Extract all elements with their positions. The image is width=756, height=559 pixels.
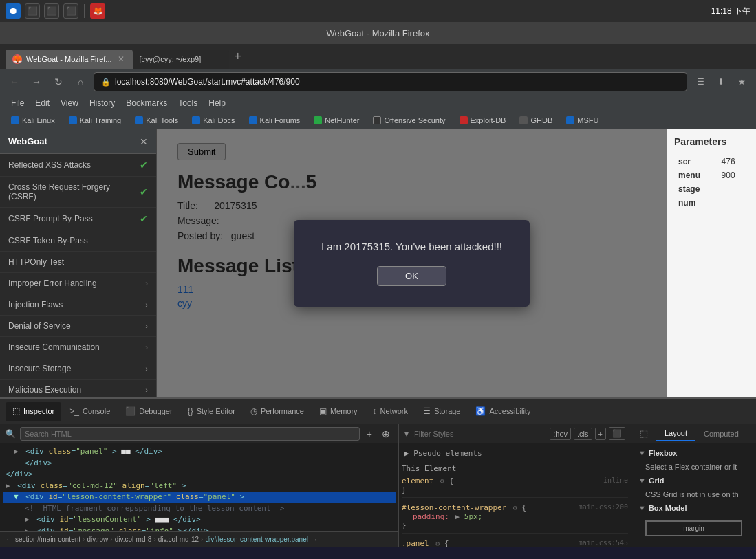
pick-element-button[interactable]: ⊕: [379, 427, 393, 441]
sidebar-item-error-handling[interactable]: Improper Error Handling ›: [0, 273, 156, 294]
browser-tab-terminal[interactable]: [cyy@cyy: ~/exp9]: [133, 50, 229, 69]
filter-styles-input[interactable]: [411, 428, 547, 439]
pocket-btn[interactable]: ⬇: [712, 73, 730, 91]
sidebar-close-button[interactable]: ✕: [140, 136, 148, 147]
menu-view[interactable]: View: [55, 97, 84, 109]
sidebar: WebGoat ✕ Reflected XSS Attacks ✔ Cross …: [0, 129, 157, 397]
home-button[interactable]: ⌂: [72, 73, 89, 91]
layout-panel: ⬚ Layout Computed ▼ Flexbox Select a Fle…: [631, 424, 756, 547]
performance-tab-icon: ◷: [250, 406, 257, 416]
param-val-scr: 476: [719, 155, 748, 168]
navigation-bar: ← → ↻ ⌂ 🔒 localhost:8080/WebGoat/start.m…: [0, 69, 756, 95]
bookmark-nethunter[interactable]: NetHunter: [308, 115, 365, 126]
sidebar-item-csrf-token[interactable]: CSRF Token By-Pass: [0, 230, 156, 252]
devtools-tab-performance[interactable]: ◷ Performance: [244, 402, 311, 420]
devtools-tab-debugger[interactable]: ⬛ Debugger: [118, 402, 179, 420]
add-node-button[interactable]: +: [364, 427, 375, 441]
menu-tools[interactable]: Tools: [173, 97, 203, 109]
sidebar-item-insecure-storage[interactable]: Insecure Storage ›: [0, 358, 156, 380]
sidebar-item-error-arrow: ›: [145, 279, 148, 287]
menu-edit[interactable]: Edit: [30, 97, 55, 109]
gear-icon-element[interactable]: ⚙: [440, 477, 444, 485]
url-bar[interactable]: 🔒 localhost:8080/WebGoat/start.mvc#attac…: [94, 72, 687, 91]
sidebar-item-dos[interactable]: Denial of Service ›: [0, 316, 156, 337]
menu-history[interactable]: History: [84, 97, 120, 109]
search-html-input[interactable]: [20, 427, 360, 441]
reload-button[interactable]: ↻: [50, 73, 67, 91]
sidebar-item-reflected-xss[interactable]: Reflected XSS Attacks ✔: [0, 154, 156, 177]
browser-window: WebGoat - Mozilla Firefox 🦊 WebGoat - Mo…: [0, 22, 756, 547]
star-btn[interactable]: ★: [733, 73, 750, 91]
breadcrumb-arrow-left[interactable]: ←: [6, 536, 12, 543]
forward-button[interactable]: →: [28, 73, 45, 91]
back-button[interactable]: ←: [6, 73, 23, 91]
bookmark-msfu[interactable]: MSFU: [561, 115, 604, 126]
param-key-stage: stage: [676, 183, 717, 195]
breadcrumb-div-row[interactable]: div.row: [87, 536, 108, 543]
devtools-tab-network[interactable]: ↕ Network: [366, 402, 415, 420]
html-line-6: <!--HTML fragment correpsponding to the …: [3, 503, 396, 515]
copy-rule-btn[interactable]: ⬛: [609, 427, 625, 440]
taskbar-icon-3[interactable]: ⬛: [44, 3, 59, 19]
devtools-tab-memory[interactable]: ▣ Memory: [312, 402, 365, 420]
sidebar-item-injection[interactable]: Injection Flaws ›: [0, 294, 156, 316]
browser-title: WebGoat - Mozilla Firefox: [326, 28, 429, 39]
menu-bookmarks[interactable]: Bookmarks: [120, 97, 173, 109]
sidebar-item-csrf[interactable]: Cross Site Request Forgery (CSRF) ✔: [0, 177, 156, 208]
breadcrumb-arrow-right[interactable]: →: [311, 536, 318, 543]
bookmark-kali-docs[interactable]: Kali Docs: [186, 115, 240, 126]
sidebar-item-httponly[interactable]: HTTPOnly Test: [0, 252, 156, 273]
flexbox-section-header[interactable]: ▼ Flexbox: [634, 446, 753, 460]
layout-tab-expand-btn[interactable]: ⬚: [631, 426, 656, 441]
breadcrumb-div-col-md-12[interactable]: div.col-md-12: [158, 536, 199, 543]
gear-icon-lesson[interactable]: ⚙: [513, 504, 517, 512]
this-element-label: This Element: [402, 461, 628, 476]
devtools-tab-console[interactable]: >_ Console: [63, 402, 117, 420]
bookmark-exploitdb[interactable]: Exploit-DB: [454, 115, 512, 126]
taskbar-icon-1[interactable]: ⬢: [6, 3, 21, 19]
browser-tab-webgoat[interactable]: 🦊 WebGoat - Mozilla Firef... ✕: [6, 50, 133, 69]
sidebar-item-csrf-prompt[interactable]: CSRF Prompt By-Pass ✔: [0, 208, 156, 230]
devtools-tab-style-editor[interactable]: {} Style Editor: [181, 402, 242, 420]
breadcrumb-section[interactable]: section#main-content: [15, 536, 80, 543]
layout-tab-computed[interactable]: Computed: [695, 427, 747, 441]
devtools-tab-inspector[interactable]: ⬚ Inspector: [6, 402, 61, 421]
taskbar-icon-4[interactable]: ⬛: [63, 3, 78, 19]
sidebar-item-malicious-exec[interactable]: Malicious Execution ›: [0, 380, 156, 397]
menu-file[interactable]: File: [6, 97, 30, 109]
html-line-1: ▶ <div class="panel" > ■■ </div>: [3, 446, 396, 458]
devtools-tab-accessibility[interactable]: ♿ Accessibility: [468, 402, 537, 420]
pseudo-elements-section[interactable]: ▶ Pseudo-elements: [402, 446, 628, 461]
bookmarks-btn[interactable]: ☰: [691, 73, 709, 91]
style-editor-tab-icon: {}: [188, 406, 193, 416]
breadcrumb-lesson-wrapper[interactable]: div#lesson-content-wrapper.panel: [205, 536, 308, 543]
sidebar-item-insecure-comm[interactable]: Insecure Communication ›: [0, 337, 156, 358]
sidebar-item-csrf-label: Cross Site Request Forgery (CSRF): [8, 182, 140, 201]
box-model-section-header[interactable]: ▼ Box Model: [634, 501, 753, 515]
grid-section-content: CSS Grid is not in use on th: [634, 487, 753, 501]
taskbar-firefox-icon[interactable]: 🦊: [90, 3, 105, 19]
layout-tab-layout[interactable]: Layout: [656, 426, 695, 441]
bookmark-kali-training[interactable]: Kali Training: [63, 115, 127, 126]
devtools-tab-storage[interactable]: ☰ Storage: [416, 402, 468, 420]
search-icon: 🔍: [6, 429, 16, 439]
hov-btn[interactable]: :hov: [550, 428, 571, 440]
bookmark-ghdb[interactable]: GHDB: [514, 115, 558, 126]
bookmark-kali-tools[interactable]: Kali Tools: [129, 115, 184, 126]
sidebar-item-insecure-storage-label: Insecure Storage: [8, 364, 71, 373]
kali-linux-icon: [11, 116, 19, 124]
taskbar-icon-2[interactable]: ⬛: [25, 3, 40, 19]
modal-ok-button[interactable]: OK: [377, 266, 446, 286]
bookmark-kali-linux[interactable]: Kali Linux: [6, 115, 61, 126]
tab-close-button[interactable]: ✕: [116, 53, 126, 65]
collapse-icon-1[interactable]: ▶: [14, 447, 19, 456]
grid-section-header[interactable]: ▼ Grid: [634, 474, 753, 487]
bookmark-kali-forums[interactable]: Kali Forums: [244, 115, 306, 126]
breadcrumb-div-col-md-8[interactable]: div.col-md-8: [115, 536, 152, 543]
gear-icon-panel[interactable]: ⚙: [435, 540, 440, 547]
menu-help[interactable]: Help: [203, 97, 231, 109]
new-tab-button[interactable]: +: [235, 50, 242, 63]
cls-btn[interactable]: .cls: [574, 428, 592, 440]
add-rule-btn[interactable]: +: [595, 428, 606, 440]
bookmark-offsec[interactable]: Offensive Security: [367, 115, 451, 126]
